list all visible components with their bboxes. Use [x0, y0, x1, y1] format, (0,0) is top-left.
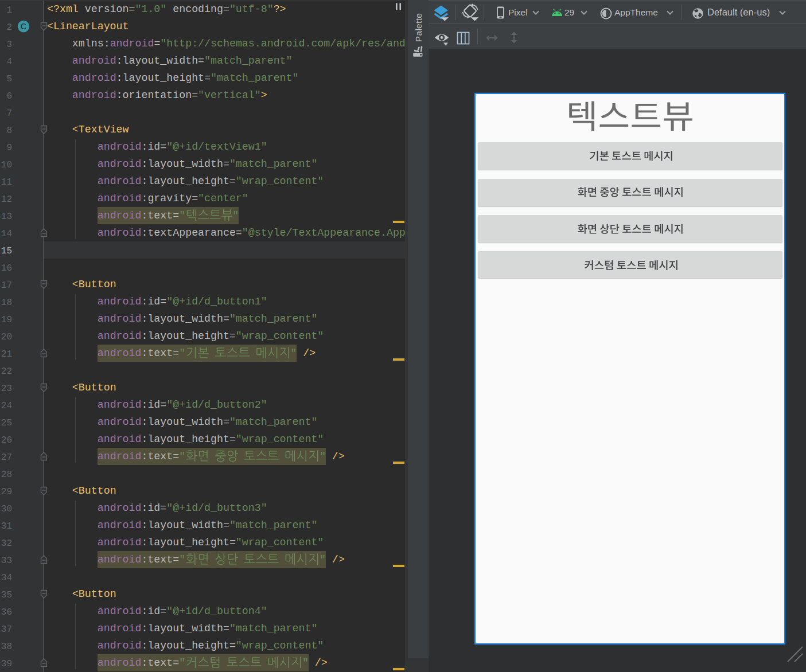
svg-text:C: C	[21, 22, 26, 31]
